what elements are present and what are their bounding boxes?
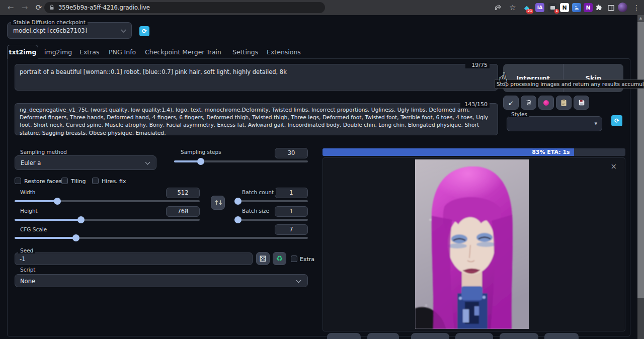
clear-prompt-button[interactable]: [521, 96, 536, 110]
tab-extras[interactable]: Extras: [79, 45, 100, 59]
prompt-token-counter: 19/75: [465, 62, 490, 68]
extension-ia-icon[interactable]: IA: [535, 3, 544, 12]
batch-count-slider[interactable]: [234, 198, 308, 205]
negative-prompt-textarea[interactable]: ng_deepnegative_v1_75t, (worst quality, …: [15, 103, 498, 135]
side-panel-icon[interactable]: [605, 2, 616, 13]
slider-track: [234, 219, 308, 221]
script-label: Script: [18, 267, 37, 273]
reuse-seed-button[interactable]: ♻: [273, 252, 286, 265]
extension-onenote-icon[interactable]: N: [584, 3, 593, 12]
slider-knob[interactable]: [197, 158, 204, 165]
tab-txt2img[interactable]: txt2img: [7, 45, 38, 59]
batch-size-input[interactable]: 1: [275, 206, 308, 217]
profile-avatar[interactable]: [618, 3, 627, 12]
tooltip-text: Stop processing images and return any re…: [495, 80, 643, 88]
random-seed-button[interactable]: ⚄: [256, 252, 270, 265]
gallery-action-button-stub[interactable]: [367, 333, 399, 339]
chevron-down-icon: [121, 28, 126, 33]
script-value: None: [20, 278, 35, 285]
scrollbar-thumb[interactable]: [637, 22, 644, 298]
seed-extra-label: Extra: [300, 256, 314, 263]
checkpoint-refresh-button[interactable]: ⟳: [139, 26, 149, 36]
cfg-scale-input[interactable]: 7: [275, 224, 308, 235]
apply-styles-button[interactable]: [556, 96, 572, 110]
tab-checkpoint-merger[interactable]: Checkpoint Merger: [145, 45, 204, 59]
reload-icon[interactable]: ⟳: [33, 2, 44, 13]
page-scrollbar[interactable]: ▲: [637, 15, 644, 339]
screen: ← → ⟳ 359e5b9a-a5ff-4216.gradio.live ☆ ◆…: [0, 0, 644, 339]
slider-knob[interactable]: [77, 216, 85, 223]
extension-dark-icon[interactable]: 1: [548, 3, 557, 12]
sampling-steps-slider[interactable]: [174, 158, 308, 165]
gallery-action-button-stub[interactable]: [411, 333, 449, 339]
sampling-steps-input[interactable]: 30: [275, 148, 308, 158]
hires-fix-checkbox[interactable]: [92, 178, 99, 184]
slider-knob[interactable]: [234, 198, 242, 205]
progress-text: 83% ETA: 1s: [532, 149, 570, 155]
share-icon[interactable]: [492, 2, 503, 13]
tab-extensions[interactable]: Extensions: [267, 45, 301, 59]
swap-dimensions-button[interactable]: ↑↓: [211, 196, 225, 210]
styles-dropdown[interactable]: ▾: [507, 116, 602, 131]
close-icon[interactable]: ×: [610, 162, 617, 171]
slider-fill: [15, 200, 57, 202]
scroll-up-icon[interactable]: ▲: [637, 15, 644, 22]
width-input[interactable]: 512: [166, 188, 200, 198]
tab-settings[interactable]: Settings: [232, 45, 258, 59]
seed-input[interactable]: -1: [15, 252, 253, 265]
tab-png-info[interactable]: PNG Info: [109, 45, 136, 59]
extension-notion-icon[interactable]: N: [560, 3, 569, 12]
tiling-checkbox[interactable]: [61, 178, 68, 184]
caret-down-icon: ▾: [594, 120, 597, 127]
restore-faces-checkbox[interactable]: [15, 178, 21, 184]
tab-img2img[interactable]: img2img: [44, 45, 72, 59]
height-slider[interactable]: [15, 216, 200, 223]
generation-progress-bar: 83% ETA: 1s: [323, 148, 625, 156]
gallery-action-button-stub[interactable]: [455, 333, 493, 339]
generated-image[interactable]: [415, 159, 529, 329]
slider-knob[interactable]: [54, 198, 61, 205]
forward-icon[interactable]: →: [19, 2, 30, 13]
browser-menu-icon[interactable]: ⋮: [631, 2, 642, 13]
chevron-down-icon: [145, 160, 150, 165]
checkpoint-value: model.ckpt [cc6cb27103]: [13, 27, 87, 34]
recycle-icon: ♻: [276, 254, 283, 263]
styles-label: Styles: [509, 111, 529, 117]
batch-size-slider[interactable]: [234, 216, 308, 223]
script-dropdown[interactable]: None: [15, 274, 308, 287]
width-slider[interactable]: [15, 198, 200, 205]
seed-extra-checkbox[interactable]: [291, 256, 297, 262]
save-style-button[interactable]: [574, 96, 589, 110]
prompt-textarea[interactable]: portrait of a beautiful [woman::0.1] rob…: [15, 64, 498, 91]
gallery-action-button-stub[interactable]: [327, 333, 361, 339]
extra-networks-button[interactable]: [538, 96, 554, 110]
cfg-scale-label: CFG Scale: [18, 226, 49, 232]
palette-dot-icon: [543, 100, 549, 106]
styles-refresh-button[interactable]: ⟳: [611, 115, 622, 126]
slider-knob[interactable]: [72, 234, 79, 241]
height-input[interactable]: 768: [166, 206, 200, 217]
slider-fill: [15, 237, 76, 239]
restore-faces-label: Restore faces: [24, 178, 61, 185]
sampling-method-dropdown[interactable]: Euler a: [15, 155, 156, 170]
address-bar[interactable]: 359e5b9a-a5ff-4216.gradio.live: [44, 2, 325, 13]
seed-value: -1: [20, 256, 25, 263]
slider-knob[interactable]: [234, 216, 242, 223]
negative-prompt-token-counter: 143/150: [460, 101, 490, 108]
paste-generation-params-button[interactable]: ↙: [503, 96, 519, 110]
extension-image-icon[interactable]: [572, 3, 581, 12]
back-icon[interactable]: ←: [5, 2, 16, 13]
gallery-action-button-stub[interactable]: [544, 333, 579, 339]
lock-icon: [49, 5, 55, 11]
tiling-label: Tiling: [71, 178, 86, 185]
width-label: Width: [18, 189, 38, 195]
extension-badge21-icon[interactable]: ◆ 21: [522, 3, 531, 12]
cfg-scale-slider[interactable]: [15, 234, 308, 241]
arrow-down-left-icon: ↙: [508, 99, 514, 107]
extensions-puzzle-icon[interactable]: [594, 2, 605, 13]
gallery-action-button-stub[interactable]: [500, 333, 538, 339]
bookmark-star-icon[interactable]: ☆: [507, 2, 518, 13]
slider-track: [234, 200, 308, 202]
tab-train[interactable]: Train: [206, 45, 221, 59]
batch-count-input[interactable]: 1: [275, 188, 308, 198]
